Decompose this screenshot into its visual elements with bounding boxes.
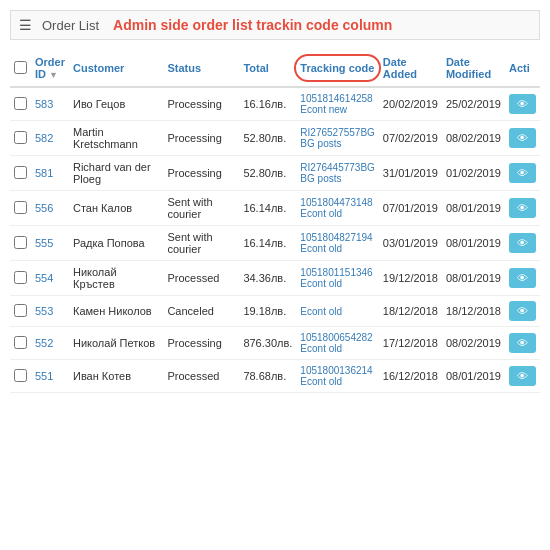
tracking-number[interactable]: 1051804827194 xyxy=(300,232,375,243)
view-button[interactable]: 👁 xyxy=(509,268,536,288)
row-checkbox[interactable] xyxy=(14,201,27,214)
row-checkbox[interactable] xyxy=(14,166,27,179)
tracking-number[interactable]: RI276527557BG xyxy=(300,127,375,138)
cell-date-modified: 18/12/2018 xyxy=(442,296,505,327)
header-checkbox-col xyxy=(10,50,31,87)
cell-customer: Николай Кръстев xyxy=(69,261,163,296)
cell-status: Processed xyxy=(163,261,239,296)
row-checkbox[interactable] xyxy=(14,304,27,317)
cell-date-added: 17/12/2018 xyxy=(379,327,442,360)
cell-date-added: 20/02/2019 xyxy=(379,87,442,121)
cell-total: 19.18лв. xyxy=(239,296,296,327)
cell-date-modified: 25/02/2019 xyxy=(442,87,505,121)
table-row: 554Николай КръстевProcessed34.36лв.10518… xyxy=(10,261,540,296)
orders-table: OrderID ▼ Customer Status Total Tracking… xyxy=(10,50,540,393)
cell-order-id: 554 xyxy=(31,261,69,296)
header-date-modified: DateModified xyxy=(442,50,505,87)
page-title: Admin side order list trackin code colum… xyxy=(113,17,392,33)
select-all-checkbox[interactable] xyxy=(14,61,27,74)
tracking-number[interactable]: 1051800136214 xyxy=(300,365,375,376)
tracking-number[interactable]: 1051804473148 xyxy=(300,197,375,208)
cell-total: 52.80лв. xyxy=(239,156,296,191)
order-id-link[interactable]: 554 xyxy=(35,272,53,284)
cell-customer: Martin Kretschmann xyxy=(69,121,163,156)
view-button[interactable]: 👁 xyxy=(509,163,536,183)
view-button[interactable]: 👁 xyxy=(509,128,536,148)
table-body: 583Иво ГецовProcessing16.16лв.1051814614… xyxy=(10,87,540,393)
cell-order-id: 556 xyxy=(31,191,69,226)
view-button[interactable]: 👁 xyxy=(509,233,536,253)
cell-actions: 👁 xyxy=(505,226,540,261)
view-button[interactable]: 👁 xyxy=(509,198,536,218)
row-checkbox[interactable] xyxy=(14,336,27,349)
header-tracking-code: Tracking code xyxy=(296,50,379,87)
cell-actions: 👁 xyxy=(505,360,540,393)
order-id-link[interactable]: 552 xyxy=(35,337,53,349)
cell-date-added: 03/01/2019 xyxy=(379,226,442,261)
cell-tracking-code: Econt old xyxy=(296,296,379,327)
row-checkbox[interactable] xyxy=(14,236,27,249)
header-actions: Acti xyxy=(505,50,540,87)
cell-date-modified: 08/01/2019 xyxy=(442,191,505,226)
order-id-link[interactable]: 581 xyxy=(35,167,53,179)
header-status: Status xyxy=(163,50,239,87)
tracking-source: BG posts xyxy=(300,138,375,149)
view-button[interactable]: 👁 xyxy=(509,301,536,321)
order-id-link[interactable]: 553 xyxy=(35,305,53,317)
cell-tracking-code: RI276445773BGBG posts xyxy=(296,156,379,191)
header-order-id: OrderID ▼ xyxy=(31,50,69,87)
order-id-link[interactable]: 582 xyxy=(35,132,53,144)
order-id-link[interactable]: 551 xyxy=(35,370,53,382)
tracking-code-highlight: Tracking code xyxy=(300,62,375,74)
cell-status: Canceled xyxy=(163,296,239,327)
row-checkbox[interactable] xyxy=(14,131,27,144)
cell-date-modified: 08/01/2019 xyxy=(442,360,505,393)
tracking-number[interactable]: RI276445773BG xyxy=(300,162,375,173)
row-checkbox[interactable] xyxy=(14,271,27,284)
table-row: 553Камен НиколовCanceled19.18лв.Econt ol… xyxy=(10,296,540,327)
cell-actions: 👁 xyxy=(505,87,540,121)
cell-tracking-code: 1051804473148Econt old xyxy=(296,191,379,226)
tracking-source: BG posts xyxy=(300,173,375,184)
cell-tracking-code: 1051801151346Econt old xyxy=(296,261,379,296)
order-id-link[interactable]: 555 xyxy=(35,237,53,249)
tracking-source: Econt old xyxy=(300,243,375,254)
cell-order-id: 582 xyxy=(31,121,69,156)
row-checkbox[interactable] xyxy=(14,97,27,110)
view-button[interactable]: 👁 xyxy=(509,333,536,353)
header-customer: Customer xyxy=(69,50,163,87)
cell-total: 34.36лв. xyxy=(239,261,296,296)
view-button[interactable]: 👁 xyxy=(509,366,536,386)
table-row: 551Иван КотевProcessed78.68лв.1051800136… xyxy=(10,360,540,393)
cell-actions: 👁 xyxy=(505,261,540,296)
cell-date-added: 16/12/2018 xyxy=(379,360,442,393)
view-button[interactable]: 👁 xyxy=(509,94,536,114)
tracking-number[interactable]: 1051814614258 xyxy=(300,93,375,104)
cell-customer: Стан Калов xyxy=(69,191,163,226)
tracking-number[interactable]: 1051801151346 xyxy=(300,267,375,278)
cell-status: Sent with courier xyxy=(163,226,239,261)
cell-tracking-code: 1051800654282Econt old xyxy=(296,327,379,360)
cell-tracking-code: 1051804827194Econt old xyxy=(296,226,379,261)
cell-total: 16.14лв. xyxy=(239,226,296,261)
tracking-number[interactable]: 1051800654282 xyxy=(300,332,375,343)
cell-tracking-code: 1051814614258Econt new xyxy=(296,87,379,121)
cell-order-id: 552 xyxy=(31,327,69,360)
cell-order-id: 583 xyxy=(31,87,69,121)
order-id-link[interactable]: 556 xyxy=(35,202,53,214)
cell-date-added: 18/12/2018 xyxy=(379,296,442,327)
order-list-label: Order List xyxy=(42,18,99,33)
cell-tracking-code: 1051800136214Econt old xyxy=(296,360,379,393)
cell-customer: Радка Попова xyxy=(69,226,163,261)
order-id-link[interactable]: 583 xyxy=(35,98,53,110)
row-checkbox[interactable] xyxy=(14,369,27,382)
cell-tracking-code: RI276527557BGBG posts xyxy=(296,121,379,156)
cell-date-added: 19/12/2018 xyxy=(379,261,442,296)
cell-status: Processing xyxy=(163,327,239,360)
cell-total: 52.80лв. xyxy=(239,121,296,156)
table-row: 581Richard van der PloegProcessing52.80л… xyxy=(10,156,540,191)
cell-status: Processing xyxy=(163,121,239,156)
table-row: 552Николай ПетковProcessing876.30лв.1051… xyxy=(10,327,540,360)
header-date-added: DateAdded xyxy=(379,50,442,87)
cell-total: 876.30лв. xyxy=(239,327,296,360)
